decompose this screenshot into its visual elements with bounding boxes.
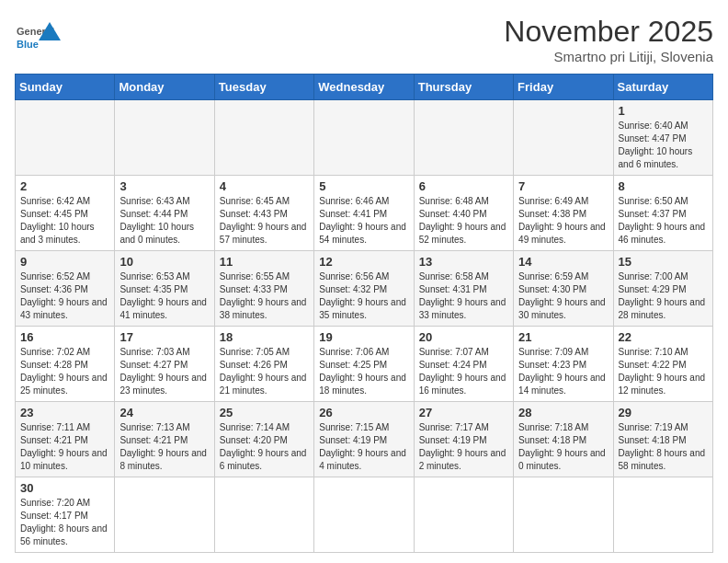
day-info: Sunrise: 7:17 AM Sunset: 4:19 PM Dayligh… — [419, 421, 508, 473]
day-info: Sunrise: 7:19 AM Sunset: 4:18 PM Dayligh… — [619, 421, 708, 473]
day-number: 15 — [619, 255, 708, 269]
day-number: 7 — [518, 179, 608, 193]
calendar-cell — [214, 477, 313, 553]
day-info: Sunrise: 7:14 AM Sunset: 4:20 PM Dayligh… — [220, 421, 309, 473]
day-info: Sunrise: 7:02 AM Sunset: 4:28 PM Dayligh… — [20, 346, 109, 397]
calendar-table: SundayMondayTuesdayWednesdayThursdayFrid… — [15, 74, 713, 553]
day-number: 26 — [319, 406, 408, 419]
day-info: Sunrise: 6:50 AM Sunset: 4:37 PM Dayligh… — [619, 195, 708, 247]
calendar-cell — [414, 477, 513, 553]
day-info: Sunrise: 7:05 AM Sunset: 4:26 PM Dayligh… — [220, 346, 309, 397]
svg-text:Blue: Blue — [17, 39, 39, 50]
day-number: 16 — [20, 330, 109, 344]
title-block: November 2025 Smartno pri Litiji, Sloven… — [504, 15, 713, 64]
day-info: Sunrise: 7:10 AM Sunset: 4:22 PM Dayligh… — [619, 346, 708, 397]
day-info: Sunrise: 6:59 AM Sunset: 4:30 PM Dayligh… — [518, 270, 608, 322]
day-number: 21 — [518, 330, 608, 344]
day-info: Sunrise: 7:20 AM Sunset: 4:17 PM Dayligh… — [20, 497, 109, 548]
day-number: 6 — [419, 179, 508, 193]
calendar-cell: 11Sunrise: 6:55 AM Sunset: 4:33 PM Dayli… — [214, 251, 313, 327]
day-number: 8 — [619, 179, 708, 193]
day-info: Sunrise: 6:40 AM Sunset: 4:47 PM Dayligh… — [619, 120, 708, 171]
day-info: Sunrise: 7:13 AM Sunset: 4:21 PM Dayligh… — [119, 421, 209, 473]
calendar-cell: 22Sunrise: 7:10 AM Sunset: 4:22 PM Dayli… — [613, 327, 712, 402]
calendar-cell: 27Sunrise: 7:17 AM Sunset: 4:19 PM Dayli… — [414, 402, 513, 477]
calendar-cell — [16, 100, 115, 176]
weekday-header: Thursday — [414, 75, 513, 100]
logo: General Blue — [15, 15, 61, 61]
day-number: 20 — [419, 330, 508, 344]
day-info: Sunrise: 7:00 AM Sunset: 4:29 PM Dayligh… — [619, 270, 708, 322]
calendar-cell: 26Sunrise: 7:15 AM Sunset: 4:19 PM Dayli… — [314, 402, 414, 477]
day-info: Sunrise: 7:11 AM Sunset: 4:21 PM Dayligh… — [20, 421, 109, 473]
day-number: 10 — [119, 255, 209, 269]
day-number: 27 — [419, 406, 508, 419]
calendar-cell: 8Sunrise: 6:50 AM Sunset: 4:37 PM Daylig… — [613, 176, 712, 251]
calendar-cell: 14Sunrise: 6:59 AM Sunset: 4:30 PM Dayli… — [514, 251, 613, 327]
weekday-header: Friday — [514, 75, 613, 100]
day-info: Sunrise: 6:43 AM Sunset: 4:44 PM Dayligh… — [119, 195, 209, 247]
calendar-cell: 10Sunrise: 6:53 AM Sunset: 4:35 PM Dayli… — [115, 251, 214, 327]
day-number: 5 — [319, 179, 408, 193]
day-number: 13 — [419, 255, 508, 269]
calendar-cell — [414, 100, 513, 176]
calendar-cell: 5Sunrise: 6:46 AM Sunset: 4:41 PM Daylig… — [314, 176, 414, 251]
day-number: 23 — [20, 406, 109, 419]
calendar-cell: 12Sunrise: 6:56 AM Sunset: 4:32 PM Dayli… — [314, 251, 414, 327]
calendar-cell: 4Sunrise: 6:45 AM Sunset: 4:43 PM Daylig… — [214, 176, 313, 251]
calendar-week-row: 23Sunrise: 7:11 AM Sunset: 4:21 PM Dayli… — [16, 402, 713, 477]
weekday-header: Tuesday — [214, 75, 313, 100]
day-info: Sunrise: 7:06 AM Sunset: 4:25 PM Dayligh… — [319, 346, 408, 397]
day-number: 24 — [119, 406, 209, 419]
calendar-cell — [514, 477, 613, 553]
day-number: 22 — [619, 330, 708, 344]
day-number: 12 — [319, 255, 408, 269]
calendar-week-row: 1Sunrise: 6:40 AM Sunset: 4:47 PM Daylig… — [16, 100, 713, 176]
calendar-cell: 21Sunrise: 7:09 AM Sunset: 4:23 PM Dayli… — [514, 327, 613, 402]
day-number: 4 — [220, 179, 309, 193]
calendar-week-row: 16Sunrise: 7:02 AM Sunset: 4:28 PM Dayli… — [16, 327, 713, 402]
calendar-cell — [514, 100, 613, 176]
calendar-cell — [314, 100, 414, 176]
calendar-cell: 9Sunrise: 6:52 AM Sunset: 4:36 PM Daylig… — [16, 251, 115, 327]
calendar-cell — [613, 477, 712, 553]
calendar-cell: 16Sunrise: 7:02 AM Sunset: 4:28 PM Dayli… — [16, 327, 115, 402]
calendar-cell: 17Sunrise: 7:03 AM Sunset: 4:27 PM Dayli… — [115, 327, 214, 402]
calendar-cell: 30Sunrise: 7:20 AM Sunset: 4:17 PM Dayli… — [16, 477, 115, 553]
location-subtitle: Smartno pri Litiji, Slovenia — [504, 49, 713, 64]
calendar-cell: 19Sunrise: 7:06 AM Sunset: 4:25 PM Dayli… — [314, 327, 414, 402]
calendar-cell: 20Sunrise: 7:07 AM Sunset: 4:24 PM Dayli… — [414, 327, 513, 402]
weekday-header: Monday — [115, 75, 214, 100]
calendar-cell: 7Sunrise: 6:49 AM Sunset: 4:38 PM Daylig… — [514, 176, 613, 251]
weekday-header-row: SundayMondayTuesdayWednesdayThursdayFrid… — [16, 75, 713, 100]
day-info: Sunrise: 7:18 AM Sunset: 4:18 PM Dayligh… — [518, 421, 608, 473]
day-number: 29 — [619, 406, 708, 419]
day-info: Sunrise: 7:03 AM Sunset: 4:27 PM Dayligh… — [119, 346, 209, 397]
logo-svg: General Blue — [15, 15, 61, 61]
calendar-cell: 15Sunrise: 7:00 AM Sunset: 4:29 PM Dayli… — [613, 251, 712, 327]
calendar-cell: 6Sunrise: 6:48 AM Sunset: 4:40 PM Daylig… — [414, 176, 513, 251]
day-number: 14 — [518, 255, 608, 269]
calendar-week-row: 9Sunrise: 6:52 AM Sunset: 4:36 PM Daylig… — [16, 251, 713, 327]
day-number: 30 — [20, 481, 109, 495]
day-number: 2 — [20, 179, 109, 193]
month-title: November 2025 — [504, 15, 713, 49]
calendar-cell: 29Sunrise: 7:19 AM Sunset: 4:18 PM Dayli… — [613, 402, 712, 477]
weekday-header: Saturday — [613, 75, 712, 100]
weekday-header: Sunday — [16, 75, 115, 100]
day-info: Sunrise: 6:46 AM Sunset: 4:41 PM Dayligh… — [319, 195, 408, 247]
day-number: 28 — [518, 406, 608, 419]
day-info: Sunrise: 6:56 AM Sunset: 4:32 PM Dayligh… — [319, 270, 408, 322]
calendar-cell: 23Sunrise: 7:11 AM Sunset: 4:21 PM Dayli… — [16, 402, 115, 477]
day-number: 1 — [619, 104, 708, 118]
day-info: Sunrise: 7:15 AM Sunset: 4:19 PM Dayligh… — [319, 421, 408, 473]
day-number: 25 — [220, 406, 309, 419]
calendar-cell: 2Sunrise: 6:42 AM Sunset: 4:45 PM Daylig… — [16, 176, 115, 251]
day-info: Sunrise: 7:09 AM Sunset: 4:23 PM Dayligh… — [518, 346, 608, 397]
calendar-cell — [214, 100, 313, 176]
day-info: Sunrise: 6:55 AM Sunset: 4:33 PM Dayligh… — [220, 270, 309, 322]
calendar-cell: 3Sunrise: 6:43 AM Sunset: 4:44 PM Daylig… — [115, 176, 214, 251]
day-info: Sunrise: 6:42 AM Sunset: 4:45 PM Dayligh… — [20, 195, 109, 247]
day-info: Sunrise: 6:49 AM Sunset: 4:38 PM Dayligh… — [518, 195, 608, 247]
day-info: Sunrise: 6:52 AM Sunset: 4:36 PM Dayligh… — [20, 270, 109, 322]
